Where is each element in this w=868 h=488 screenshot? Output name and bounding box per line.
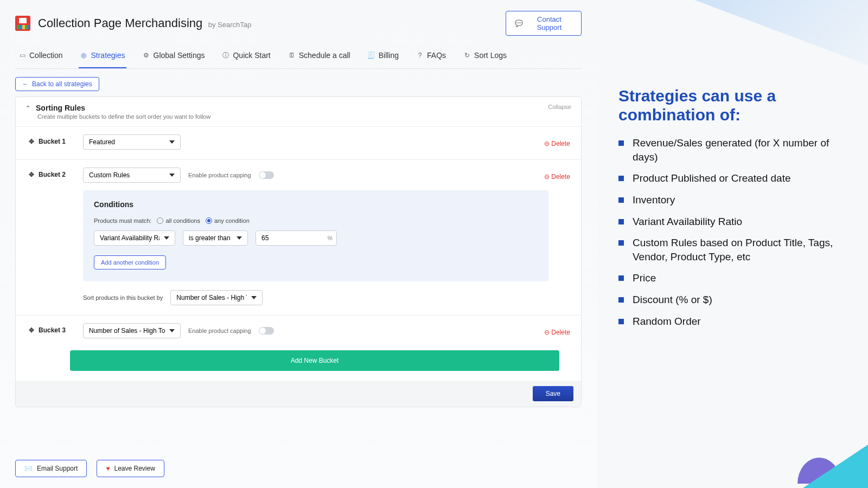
side-panel: Strategies can use a combination of: Rev… — [597, 0, 868, 488]
decorative-corner-top — [694, 0, 868, 65]
percent-icon: % — [327, 235, 333, 241]
bucket-1-type-select[interactable]: Featured — [83, 134, 181, 150]
bucket-2-delete-button[interactable]: ⊖Delete — [544, 168, 570, 183]
drag-icon[interactable]: ✥ — [29, 171, 34, 178]
drag-icon[interactable]: ✥ — [29, 138, 34, 145]
minus-circle-icon: ⊖ — [544, 173, 550, 181]
drag-icon[interactable]: ✥ — [29, 326, 34, 334]
sort-by-label: Sort products in this bucket by — [83, 294, 163, 301]
info-icon: ⓘ — [222, 52, 229, 59]
bullet-icon — [618, 240, 624, 246]
list-item: Revenue/Sales generated (for X number of… — [618, 136, 841, 164]
tab-global-settings[interactable]: ⚙Global Settings — [142, 46, 206, 68]
heart-icon: ♥ — [106, 465, 110, 472]
list-item: Custom Rules based on Product Title, Tag… — [618, 236, 841, 264]
bucket-3-capping-toggle[interactable] — [259, 327, 274, 335]
tab-collection[interactable]: ▭Collection — [17, 46, 63, 68]
arrow-left-icon: ← — [22, 80, 29, 88]
match-any-radio[interactable] — [206, 217, 212, 224]
billing-icon: 🧾 — [368, 52, 375, 59]
list-item: Random Order — [618, 314, 841, 329]
bullet-icon — [618, 140, 624, 146]
bullet-icon — [618, 219, 624, 224]
bullet-icon — [618, 275, 624, 281]
bullet-icon — [618, 319, 624, 324]
app-title: Collection Page Merchandising — [38, 16, 202, 30]
tab-billing[interactable]: 🧾Billing — [367, 46, 400, 68]
side-title: Strategies can use a combination of: — [618, 87, 841, 124]
contact-label: Contact Support — [526, 15, 572, 31]
back-to-strategies-button[interactable]: ← Back to all strategies — [15, 77, 99, 91]
help-icon: ? — [416, 52, 424, 59]
card-footer: Save — [16, 381, 581, 407]
bullet-icon — [618, 197, 624, 203]
settings-icon: ⚙ — [143, 52, 150, 59]
capping-label: Enable product capping — [188, 328, 251, 334]
email-support-button[interactable]: ✉️Email Support — [15, 460, 87, 477]
capping-label: Enable product capping — [188, 172, 251, 178]
match-all-radio[interactable] — [157, 217, 163, 224]
header: Collection Page Merchandising by SearchT… — [15, 11, 582, 36]
bucket-2-capping-toggle[interactable] — [259, 171, 274, 179]
sorting-rules-card: ⌃ Sorting Rules Create multiple buckets … — [15, 97, 582, 407]
conditions-title: Conditions — [94, 200, 538, 209]
calendar-icon: 🗓 — [288, 52, 296, 59]
leave-review-button[interactable]: ♥Leave Review — [97, 460, 164, 477]
card-subtitle: Create multiple buckets to define the so… — [37, 113, 210, 120]
refresh-icon: ↻ — [463, 52, 471, 59]
tab-faqs[interactable]: ?FAQs — [415, 46, 447, 68]
list-item: Inventory — [618, 193, 841, 207]
list-item: Price — [618, 271, 841, 285]
bucket-1: ✥Bucket 1 Featured ⊖Delete — [16, 126, 581, 159]
condition-value-input[interactable] — [256, 230, 337, 246]
side-list: Revenue/Sales generated (for X number of… — [618, 136, 841, 328]
bucket-2-type-select[interactable]: Custom Rules — [83, 168, 181, 183]
tab-sort-logs[interactable]: ↻Sort Logs — [462, 46, 508, 68]
contact-support-button[interactable]: 💬 Contact Support — [506, 11, 582, 36]
list-item: Discount (% or $) — [618, 293, 841, 307]
conditions-box: Conditions Products must match: all cond… — [83, 190, 548, 281]
card-title: Sorting Rules — [36, 104, 85, 112]
bucket-1-delete-button[interactable]: ⊖Delete — [544, 134, 570, 150]
app-subtitle: by SearchTap — [208, 21, 252, 29]
condition-predicate-select[interactable]: is greater than — [183, 230, 248, 246]
minus-circle-icon: ⊖ — [544, 329, 550, 336]
condition-field-select[interactable]: Variant Availability Ratio — [94, 230, 175, 246]
save-button[interactable]: Save — [533, 386, 573, 401]
tab-quick-start[interactable]: ⓘQuick Start — [221, 46, 271, 68]
app-logo-icon — [15, 16, 30, 31]
mail-icon: ✉️ — [24, 465, 33, 472]
bucket-3-type-select[interactable]: Number of Sales - High To Low — [83, 323, 181, 338]
chat-icon: 💬 — [515, 20, 523, 27]
collection-icon: ▭ — [18, 52, 26, 59]
tab-strategies[interactable]: ◎Strategies — [79, 46, 126, 68]
strategies-icon: ◎ — [80, 52, 87, 59]
collapse-link[interactable]: Collapse — [548, 104, 571, 110]
bucket-3-delete-button[interactable]: ⊖Delete — [544, 323, 570, 338]
add-bucket-button[interactable]: Add New Bucket — [70, 350, 559, 371]
list-item: Variant Availability Ratio — [618, 215, 841, 229]
bucket-2: ✥Bucket 2 Custom Rules Enable product ca… — [16, 159, 581, 315]
bucket-2-sort-select[interactable]: Number of Sales - High To Low — [170, 290, 263, 305]
tabs: ▭Collection ◎Strategies ⚙Global Settings… — [15, 46, 582, 69]
decorative-corner-bottom — [738, 390, 868, 488]
bullet-icon — [618, 176, 624, 181]
bucket-3: ✥Bucket 3 Number of Sales - High To Low … — [16, 315, 581, 348]
bullet-icon — [618, 297, 624, 303]
tab-schedule-call[interactable]: 🗓Schedule a call — [287, 46, 352, 68]
chevron-up-icon[interactable]: ⌃ — [25, 105, 30, 112]
minus-circle-icon: ⊖ — [544, 140, 550, 147]
add-condition-button[interactable]: Add another condition — [94, 255, 166, 269]
list-item: Product Published or Created date — [618, 171, 841, 185]
match-label: Products must match: — [94, 217, 151, 224]
